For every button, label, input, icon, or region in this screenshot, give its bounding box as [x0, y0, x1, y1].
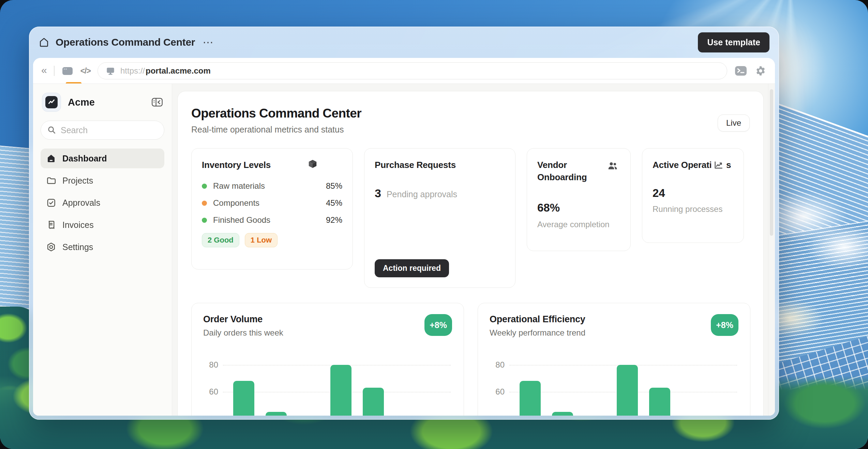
package-icon — [308, 159, 318, 169]
chart-header: Order Volume Daily orders this week +8% — [203, 314, 452, 338]
sidebar-item-approvals[interactable]: Approvals — [41, 193, 164, 213]
y-axis-label: 40 — [203, 414, 218, 416]
inventory-value: 92% — [326, 215, 342, 225]
main-area: Operations Command Center Real-time oper… — [172, 84, 775, 416]
y-axis-label: 40 — [490, 414, 505, 416]
chart-bar — [617, 365, 638, 416]
chart-bar — [649, 388, 670, 416]
y-axis-label: 80 — [490, 360, 505, 370]
gear-icon[interactable] — [754, 65, 767, 77]
inventory-rows: Raw materials 85% Components 45% — [202, 181, 342, 225]
code-view-icon[interactable]: </> — [80, 66, 91, 76]
inventory-value: 85% — [326, 181, 342, 191]
chart-header: Operational Efficiency Weekly performanc… — [490, 314, 738, 338]
chart-bar — [330, 365, 351, 416]
chart-title: Operational Efficiency — [490, 314, 585, 325]
collapse-panel-icon[interactable]: « — [41, 65, 47, 77]
chart-header-text: Operational Efficiency Weekly performanc… — [490, 314, 585, 338]
more-menu-icon[interactable]: ⋯ — [203, 39, 214, 46]
sidebar-collapse-icon[interactable] — [151, 97, 163, 107]
active-operations-card: Active Operations s 24 Running processes — [642, 148, 744, 243]
use-template-button[interactable]: Use template — [698, 32, 769, 52]
home-icon[interactable] — [39, 37, 49, 48]
terminal-icon[interactable] — [734, 65, 748, 77]
inventory-row: Finished Goods 92% — [202, 215, 342, 225]
page-title: Operations Command Center — [191, 106, 361, 121]
monitor-icon — [105, 66, 116, 76]
action-required-button[interactable]: Action required — [375, 259, 449, 277]
active-tab-indicator — [66, 82, 81, 84]
vendor-onboarding-card: Vendor Onboarding 68% Average completion — [527, 148, 631, 251]
operational-efficiency-card: Operational Efficiency Weekly performanc… — [478, 303, 750, 416]
y-axis-label: 60 — [203, 387, 218, 397]
running-label: Running processes — [653, 204, 733, 214]
chart-bar — [266, 412, 287, 416]
scrollbar-thumb[interactable] — [770, 89, 773, 236]
inventory-levels-card: Inventory Levels Raw materials — [191, 148, 353, 269]
card-header: Vendor Onboarding — [537, 159, 620, 184]
sidebar-item-invoices[interactable]: Invoices — [41, 215, 164, 235]
receipt-icon — [46, 220, 56, 230]
inventory-label: Components — [213, 198, 326, 208]
change-badge: +8% — [424, 314, 452, 336]
folder-icon — [46, 175, 56, 186]
brand-name: Acme — [68, 97, 95, 108]
card-header: Inventory Levels — [202, 159, 342, 171]
sidebar-item-label: Dashboard — [62, 154, 107, 164]
card-title: Vendor Onboarding — [537, 159, 607, 184]
browser-tab-icon[interactable] — [61, 65, 74, 76]
chart-bar — [552, 412, 573, 416]
sidebar: Acme — [33, 84, 172, 416]
search-input[interactable] — [61, 125, 158, 135]
window-title: Operations Command Center — [56, 36, 195, 48]
card-title: Purchase Requests — [375, 159, 456, 171]
completion-value: 68% — [537, 201, 620, 214]
card-title: Active Operations — [653, 159, 711, 171]
inventory-badges: 2 Good 1 Low — [202, 233, 342, 247]
screenshot-root: Operations Command Center ⋯ Use template… — [0, 0, 868, 449]
inventory-row: Components 45% — [202, 198, 342, 208]
inventory-value: 45% — [326, 198, 342, 208]
good-count-badge: 2 Good — [202, 233, 239, 247]
url-scheme: https:// — [120, 66, 145, 76]
dashboard-panel: Operations Command Center Real-time oper… — [177, 91, 764, 416]
status-dot — [202, 201, 207, 206]
purchase-requests-card: Purchase Requests 3 Pending approvals Ac… — [364, 148, 515, 288]
card-title: Inventory Levels — [202, 159, 271, 171]
page-header: Operations Command Center Real-time oper… — [191, 106, 750, 135]
status-dot — [202, 184, 207, 189]
sidebar-item-settings[interactable]: Settings — [41, 237, 164, 257]
pending-count: 3 — [375, 187, 381, 200]
sidebar-item-projects[interactable]: Projects — [41, 171, 164, 190]
sidebar-item-label: Projects — [62, 176, 93, 186]
chart-bar — [520, 381, 541, 416]
pending-approvals-stat: 3 Pending approvals — [375, 187, 457, 200]
url-bar[interactable]: https:// portal.acme.com — [98, 62, 727, 79]
browser-panel: « </> https:// portal.acme.com — [33, 58, 775, 416]
chart-bar — [233, 381, 254, 416]
charts-row: Order Volume Daily orders this week +8% … — [191, 303, 750, 416]
chart-subtitle: Daily orders this week — [203, 328, 283, 338]
search-box — [41, 121, 164, 140]
low-count-badge: 1 Low — [245, 233, 278, 247]
app-window: Operations Command Center ⋯ Use template… — [29, 27, 779, 420]
sidebar-nav: Dashboard Projects Approva — [41, 149, 164, 257]
chart-subtitle: Weekly performance trend — [490, 328, 585, 338]
chart-bar — [363, 388, 384, 416]
sidebar-item-label: Approvals — [62, 198, 100, 208]
card-title-overflow-fragment: s — [726, 160, 731, 170]
window-header: Operations Command Center ⋯ Use template — [29, 27, 779, 58]
kpi-cards-row: Inventory Levels Raw materials — [191, 148, 750, 288]
page-subtitle: Real-time operational metrics and status — [191, 125, 361, 135]
url-host: portal.acme.com — [146, 66, 211, 76]
chart-title: Order Volume — [203, 314, 283, 325]
browser-toolbar: « </> https:// portal.acme.com — [33, 58, 775, 84]
acme-logo-icon — [45, 96, 58, 108]
toolbar-divider — [54, 66, 55, 76]
status-dot — [202, 218, 207, 223]
inventory-label: Finished Goods — [213, 215, 326, 225]
sidebar-item-dashboard[interactable]: Dashboard — [41, 149, 164, 168]
bar-group — [228, 353, 449, 416]
inventory-label: Raw materials — [213, 181, 326, 191]
chart-header-text: Order Volume Daily orders this week — [203, 314, 283, 338]
